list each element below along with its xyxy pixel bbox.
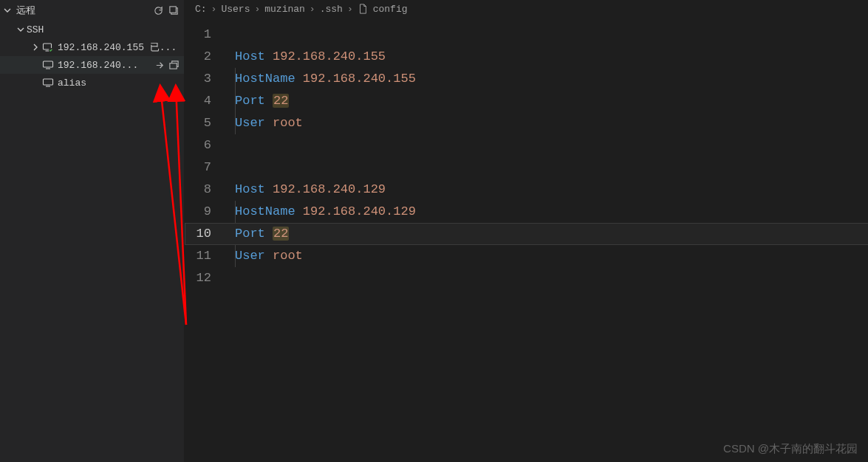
code-line[interactable] <box>229 267 868 289</box>
line-number: 8 <box>185 179 211 201</box>
line-number: 4 <box>185 90 211 112</box>
line-number: 1 <box>185 24 211 46</box>
chevron-right-icon: › <box>251 4 263 15</box>
code-token: Port <box>235 227 273 241</box>
code-line[interactable]: HostName 192.168.240.129 <box>229 201 868 223</box>
code-line[interactable] <box>229 156 868 179</box>
bc-segment[interactable]: muzinan <box>264 4 305 15</box>
code-line[interactable]: Port 22 <box>229 223 868 245</box>
bc-file[interactable]: config <box>358 4 408 15</box>
code-token: User <box>235 249 273 263</box>
svg-rect-1 <box>170 6 176 12</box>
code-line[interactable] <box>229 134 868 156</box>
chevron-right-icon: › <box>344 4 356 15</box>
connect-arrow-icon[interactable] <box>154 60 165 71</box>
watermark: CSDN @木子南的翻斗花园 <box>723 442 858 456</box>
code-line[interactable]: Host 192.168.240.155 <box>229 46 868 68</box>
open-new-window-icon[interactable] <box>168 60 180 71</box>
sidebar-header: 远程 <box>0 1 184 19</box>
code-token: User <box>235 116 273 130</box>
new-window-icon[interactable] <box>168 5 180 16</box>
chevron-down-icon <box>15 25 27 34</box>
code-editor[interactable]: 123456789101112 Host 192.168.240.155Host… <box>185 18 868 462</box>
code-line[interactable]: Port 22 <box>229 90 868 112</box>
sidebar-item-host-2[interactable]: 192.168.240... <box>0 56 184 74</box>
sidebar-item-host-3[interactable]: alias <box>0 74 184 92</box>
vm-icon <box>41 59 55 71</box>
code-token: Host <box>235 49 273 63</box>
sidebar-title: 远程 <box>16 4 35 17</box>
code-token: Host <box>235 182 273 196</box>
breadcrumb[interactable]: C: › Users › muzinan › .ssh › config <box>185 0 868 18</box>
code-line[interactable]: HostName 192.168.240.155 <box>229 68 868 90</box>
sidebar-item-host-1[interactable]: 192.168.240.155 已... <box>0 38 184 56</box>
code-token: root <box>273 116 303 130</box>
code-content[interactable]: Host 192.168.240.155HostName 192.168.240… <box>229 18 868 462</box>
code-token: Port <box>235 94 273 108</box>
bc-segment[interactable]: Users <box>221 4 250 15</box>
chevron-down-icon[interactable] <box>1 6 13 15</box>
svg-rect-5 <box>170 63 177 69</box>
line-number: 3 <box>185 68 211 90</box>
code-token: 22 <box>273 94 289 108</box>
line-number: 7 <box>185 156 211 179</box>
line-number: 11 <box>185 245 211 267</box>
line-gutter: 123456789101112 <box>185 18 229 462</box>
sidebar-section-ssh[interactable]: SSH <box>0 21 184 38</box>
line-number: 5 <box>185 112 211 134</box>
line-number: 9 <box>185 201 211 223</box>
host-label: alias <box>58 77 184 89</box>
line-number: 12 <box>185 267 211 289</box>
svg-rect-4 <box>44 61 53 67</box>
refresh-icon[interactable] <box>153 5 164 16</box>
code-token: 192.168.240.129 <box>273 182 386 196</box>
code-token: 192.168.240.155 <box>303 72 416 86</box>
code-line[interactable]: User root <box>229 112 868 134</box>
chevron-right-icon <box>30 43 41 52</box>
section-label: SSH <box>27 24 184 35</box>
code-token: 22 <box>273 227 289 241</box>
bc-segment[interactable]: .ssh <box>320 4 343 15</box>
line-number: 6 <box>185 134 211 156</box>
code-token: 192.168.240.129 <box>303 204 416 218</box>
vm-connected-icon <box>41 41 55 53</box>
code-token: root <box>273 249 303 263</box>
line-number: 10 <box>185 223 211 245</box>
host-label: 192.168.240.155 已... <box>58 41 184 54</box>
code-token: HostName <box>235 72 303 86</box>
bc-segment[interactable]: C: <box>195 4 207 15</box>
code-token: HostName <box>235 204 303 218</box>
host-label: 192.168.240... <box>58 60 154 71</box>
chevron-right-icon: › <box>307 4 318 15</box>
svg-rect-6 <box>44 79 53 85</box>
code-token: 192.168.240.155 <box>273 49 386 63</box>
vm-icon <box>41 77 55 89</box>
bc-file-label: config <box>373 4 408 15</box>
chevron-right-icon: › <box>208 4 220 15</box>
sidebar: 远程 SSH 192.168.240.155 已... <box>0 0 185 462</box>
sidebar-tree: SSH 192.168.240.155 已... 192.168.240... <box>0 19 184 92</box>
editor-area: C: › Users › muzinan › .ssh › config 123… <box>185 0 868 462</box>
line-number: 2 <box>185 46 211 68</box>
code-line[interactable]: User root <box>229 245 868 267</box>
code-line[interactable] <box>229 24 868 46</box>
code-line[interactable]: Host 192.168.240.129 <box>229 179 868 201</box>
